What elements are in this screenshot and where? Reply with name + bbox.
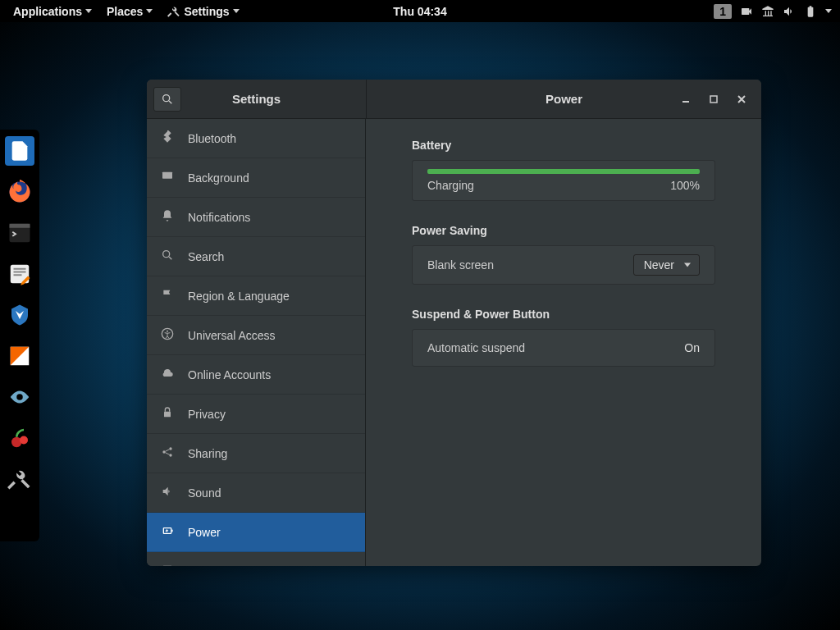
settings-window: Settings Power Bluetooth Background Noti <box>147 80 761 566</box>
battery-percent: 100% <box>670 179 700 192</box>
battery-card: Charging 100% <box>412 160 715 201</box>
sidebar-item-label: Power <box>188 526 221 539</box>
svg-rect-27 <box>171 530 172 532</box>
sidebar-item-label: Sharing <box>188 447 227 460</box>
sidebar-item-notifications[interactable]: Notifications <box>147 198 365 237</box>
svg-point-19 <box>163 251 170 258</box>
chevron-down-icon <box>85 9 92 13</box>
dock-item-text-editor[interactable] <box>5 259 34 289</box>
dock-item-firefox[interactable] <box>5 177 34 207</box>
minimize-button[interactable] <box>679 93 692 106</box>
battery-heading: Battery <box>412 139 715 152</box>
speaker-icon <box>160 485 175 500</box>
svg-point-9 <box>24 512 28 516</box>
sidebar-item-region[interactable]: Region & Language <box>147 276 365 316</box>
sidebar-item-universal-access[interactable]: Universal Access <box>147 316 365 355</box>
clock[interactable]: Thu 04:34 <box>386 0 453 22</box>
lock-icon <box>160 406 175 422</box>
svg-point-13 <box>11 524 16 528</box>
share-icon <box>160 445 175 461</box>
dock-item-metasploit[interactable] <box>5 300 34 330</box>
power-panel: Battery Charging 100% Power Saving Blank… <box>366 119 761 566</box>
video-icon[interactable] <box>740 5 753 18</box>
titlebar[interactable]: Settings Power <box>147 80 761 119</box>
menu-applications[interactable]: Applications <box>7 0 98 22</box>
svg-point-25 <box>169 454 171 456</box>
sidebar-item-privacy[interactable]: Privacy <box>147 395 365 434</box>
display-icon <box>160 170 175 185</box>
flag-icon <box>160 288 175 304</box>
sidebar-item-sound[interactable]: Sound <box>147 473 365 513</box>
dock <box>0 130 39 541</box>
menu-settings[interactable]: Settings <box>161 0 245 22</box>
sidebar-item-label: Universal Access <box>188 329 276 342</box>
dock-item-eye[interactable] <box>5 382 34 412</box>
dock-item-terminal[interactable] <box>5 218 34 248</box>
power-tray-icon[interactable] <box>804 5 817 18</box>
svg-point-11 <box>18 518 22 523</box>
menu-places-label: Places <box>107 5 143 18</box>
search-button[interactable] <box>153 87 181 112</box>
blank-screen-value: Never <box>644 258 674 272</box>
dock-item-files[interactable] <box>5 136 34 166</box>
blank-screen-select[interactable]: Never <box>633 254 700 276</box>
menu-places[interactable]: Places <box>100 0 159 22</box>
chevron-down-icon <box>146 9 153 13</box>
chevron-down-icon <box>233 9 240 13</box>
accessibility-icon <box>160 327 175 343</box>
sidebar-item-bluetooth[interactable]: Bluetooth <box>147 119 365 158</box>
svg-rect-22 <box>164 412 171 418</box>
sidebar-item-background[interactable]: Background <box>147 158 365 198</box>
search-icon <box>161 93 174 106</box>
svg-point-23 <box>162 450 165 453</box>
svg-point-24 <box>169 447 171 450</box>
tools-icon <box>167 5 180 18</box>
dock-item-burp[interactable] <box>5 341 34 371</box>
cloud-icon <box>160 367 175 382</box>
chevron-down-icon[interactable] <box>825 9 832 13</box>
svg-point-16 <box>163 94 170 101</box>
workspace-indicator[interactable]: 1 <box>714 4 732 19</box>
power-saving-heading: Power Saving <box>412 224 715 237</box>
volume-icon[interactable] <box>783 5 796 18</box>
settings-sidebar: Bluetooth Background Notifications Searc… <box>147 119 366 566</box>
sidebar-item-label: Region & Language <box>188 290 290 303</box>
svg-point-8 <box>18 512 22 516</box>
auto-suspend-row[interactable]: Automatic suspend On <box>412 329 715 367</box>
top-panel: Applications Places Settings Thu 04:34 1 <box>0 0 840 22</box>
sidebar-item-network[interactable]: Network <box>147 552 365 566</box>
sidebar-item-power[interactable]: Power <box>147 513 365 552</box>
svg-point-15 <box>24 524 28 528</box>
network-icon[interactable] <box>761 5 774 18</box>
svg-rect-17 <box>710 96 717 103</box>
svg-point-21 <box>167 331 168 332</box>
search-icon <box>160 249 175 264</box>
maximize-button[interactable] <box>707 93 720 106</box>
dock-item-apps[interactable] <box>5 505 34 535</box>
suspend-heading: Suspend & Power Button <box>412 308 715 321</box>
sidebar-item-label: Background <box>188 171 249 185</box>
battery-icon <box>160 524 175 540</box>
sidebar-item-sharing[interactable]: Sharing <box>147 434 365 473</box>
sidebar-item-search[interactable]: Search <box>147 237 365 276</box>
svg-point-14 <box>18 524 22 528</box>
network-icon <box>160 564 175 566</box>
dock-item-cherrytree[interactable] <box>5 423 34 453</box>
sidebar-item-label: Bluetooth <box>188 132 236 145</box>
sidebar-item-label: Notifications <box>188 211 250 224</box>
sidebar-item-label: Privacy <box>188 408 226 421</box>
battery-bar <box>427 169 700 174</box>
dock-item-tools[interactable] <box>5 464 34 494</box>
close-button[interactable] <box>735 93 748 106</box>
menu-applications-label: Applications <box>13 5 82 18</box>
sidebar-item-online-accounts[interactable]: Online Accounts <box>147 355 365 395</box>
svg-point-6 <box>20 436 28 445</box>
clock-label: Thu 04:34 <box>393 5 446 18</box>
blank-screen-row: Blank screen Never <box>412 245 715 285</box>
sidebar-item-label: Search <box>188 250 224 263</box>
svg-point-12 <box>24 518 28 523</box>
sidebar-item-label: Network <box>188 565 230 567</box>
svg-point-10 <box>11 518 16 523</box>
sidebar-item-label: Sound <box>188 486 221 500</box>
bell-icon <box>160 209 175 225</box>
